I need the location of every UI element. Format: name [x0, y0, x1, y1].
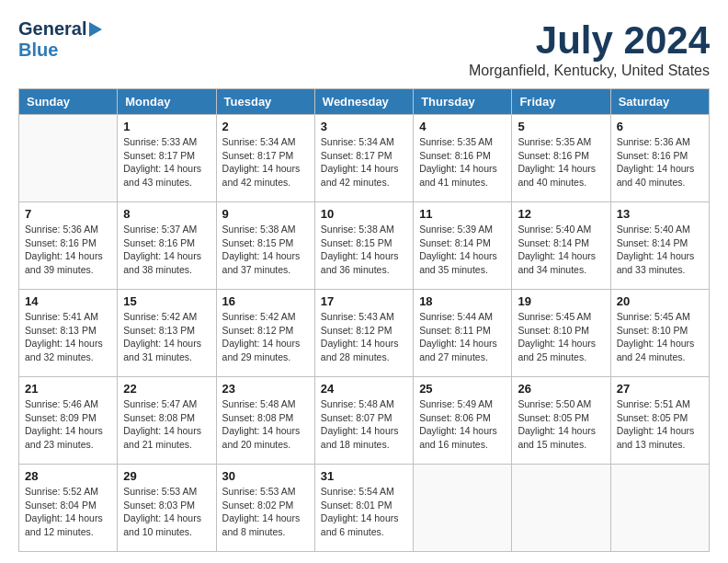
location-subtitle: Morganfield, Kentucky, United States — [469, 63, 710, 79]
cell-week1-day4: 4Sunrise: 5:35 AMSunset: 8:16 PMDaylight… — [414, 115, 512, 202]
cell-week4-day3: 24Sunrise: 5:48 AMSunset: 8:07 PMDayligh… — [314, 377, 413, 465]
cell-week5-day5 — [512, 465, 610, 552]
day-number: 23 — [222, 382, 309, 396]
cell-week2-day6: 13Sunrise: 5:40 AMSunset: 8:14 PMDayligh… — [610, 202, 709, 290]
day-number: 24 — [321, 382, 407, 396]
day-info: Sunrise: 5:36 AMSunset: 8:16 PMDaylight:… — [617, 135, 703, 190]
calendar-table: Sunday Monday Tuesday Wednesday Thursday… — [18, 88, 710, 552]
day-info: Sunrise: 5:42 AMSunset: 8:13 PMDaylight:… — [123, 310, 210, 364]
day-info: Sunrise: 5:51 AMSunset: 8:05 PMDaylight:… — [617, 397, 703, 452]
day-info: Sunrise: 5:38 AMSunset: 8:15 PMDaylight:… — [222, 223, 309, 277]
day-number: 19 — [518, 294, 604, 308]
day-number: 25 — [419, 382, 506, 396]
day-info: Sunrise: 5:46 AMSunset: 8:09 PMDaylight:… — [25, 397, 111, 452]
cell-week2-day5: 12Sunrise: 5:40 AMSunset: 8:14 PMDayligh… — [512, 202, 610, 290]
cell-week3-day0: 14Sunrise: 5:41 AMSunset: 8:13 PMDayligh… — [19, 290, 118, 377]
day-info: Sunrise: 5:35 AMSunset: 8:16 PMDaylight:… — [518, 135, 604, 190]
day-info: Sunrise: 5:54 AMSunset: 8:01 PMDaylight:… — [321, 485, 407, 539]
day-number: 18 — [419, 294, 506, 308]
day-number: 27 — [617, 382, 703, 396]
day-number: 8 — [123, 207, 210, 221]
cell-week2-day1: 8Sunrise: 5:37 AMSunset: 8:16 PMDaylight… — [118, 202, 216, 290]
week-row-1: 1Sunrise: 5:33 AMSunset: 8:17 PMDaylight… — [19, 115, 710, 202]
day-number: 6 — [617, 120, 703, 133]
day-number: 9 — [222, 207, 309, 221]
logo-general-text: General — [18, 18, 86, 40]
day-info: Sunrise: 5:42 AMSunset: 8:12 PMDaylight:… — [222, 310, 309, 364]
col-thursday: Thursday — [414, 89, 512, 115]
day-info: Sunrise: 5:53 AMSunset: 8:03 PMDaylight:… — [123, 485, 210, 539]
cell-week3-day4: 18Sunrise: 5:44 AMSunset: 8:11 PMDayligh… — [414, 290, 512, 377]
cell-week4-day2: 23Sunrise: 5:48 AMSunset: 8:08 PMDayligh… — [216, 377, 314, 465]
day-number: 30 — [222, 469, 309, 483]
calendar-header-row: Sunday Monday Tuesday Wednesday Thursday… — [19, 89, 710, 115]
logo: General Blue — [18, 18, 102, 61]
col-tuesday: Tuesday — [216, 89, 314, 115]
cell-week2-day2: 9Sunrise: 5:38 AMSunset: 8:15 PMDaylight… — [216, 202, 314, 290]
cell-week2-day3: 10Sunrise: 5:38 AMSunset: 8:15 PMDayligh… — [314, 202, 413, 290]
cell-week1-day5: 5Sunrise: 5:35 AMSunset: 8:16 PMDaylight… — [512, 115, 610, 202]
logo-blue-text: Blue — [18, 40, 102, 61]
col-sunday: Sunday — [19, 89, 118, 115]
cell-week1-day3: 3Sunrise: 5:34 AMSunset: 8:17 PMDaylight… — [314, 115, 413, 202]
col-monday: Monday — [118, 89, 216, 115]
col-wednesday: Wednesday — [314, 89, 413, 115]
cell-week1-day2: 2Sunrise: 5:34 AMSunset: 8:17 PMDaylight… — [216, 115, 314, 202]
day-info: Sunrise: 5:47 AMSunset: 8:08 PMDaylight:… — [123, 397, 210, 452]
logo-arrow-icon — [89, 22, 102, 37]
day-info: Sunrise: 5:53 AMSunset: 8:02 PMDaylight:… — [222, 485, 309, 539]
cell-week5-day6 — [610, 465, 709, 552]
day-info: Sunrise: 5:50 AMSunset: 8:05 PMDaylight:… — [518, 397, 604, 452]
day-info: Sunrise: 5:38 AMSunset: 8:15 PMDaylight:… — [321, 223, 407, 277]
day-number: 12 — [518, 207, 604, 221]
cell-week5-day0: 28Sunrise: 5:52 AMSunset: 8:04 PMDayligh… — [19, 465, 118, 552]
cell-week1-day1: 1Sunrise: 5:33 AMSunset: 8:17 PMDaylight… — [118, 115, 216, 202]
cell-week3-day1: 15Sunrise: 5:42 AMSunset: 8:13 PMDayligh… — [118, 290, 216, 377]
day-number: 5 — [518, 120, 604, 133]
day-info: Sunrise: 5:43 AMSunset: 8:12 PMDaylight:… — [321, 310, 407, 364]
day-number: 16 — [222, 294, 309, 308]
day-info: Sunrise: 5:39 AMSunset: 8:14 PMDaylight:… — [419, 223, 506, 277]
day-info: Sunrise: 5:41 AMSunset: 8:13 PMDaylight:… — [25, 310, 111, 364]
cell-week3-day5: 19Sunrise: 5:45 AMSunset: 8:10 PMDayligh… — [512, 290, 610, 377]
day-info: Sunrise: 5:34 AMSunset: 8:17 PMDaylight:… — [222, 135, 309, 190]
day-number: 10 — [321, 207, 407, 221]
day-info: Sunrise: 5:44 AMSunset: 8:11 PMDaylight:… — [419, 310, 506, 364]
week-row-2: 7Sunrise: 5:36 AMSunset: 8:16 PMDaylight… — [19, 202, 710, 290]
day-number: 3 — [321, 120, 407, 133]
day-number: 28 — [25, 469, 111, 483]
cell-week4-day0: 21Sunrise: 5:46 AMSunset: 8:09 PMDayligh… — [19, 377, 118, 465]
cell-week3-day6: 20Sunrise: 5:45 AMSunset: 8:10 PMDayligh… — [610, 290, 709, 377]
day-number: 21 — [25, 382, 111, 396]
day-info: Sunrise: 5:45 AMSunset: 8:10 PMDaylight:… — [518, 310, 604, 364]
day-info: Sunrise: 5:35 AMSunset: 8:16 PMDaylight:… — [419, 135, 506, 190]
cell-week3-day3: 17Sunrise: 5:43 AMSunset: 8:12 PMDayligh… — [314, 290, 413, 377]
day-number: 31 — [321, 469, 407, 483]
day-number: 2 — [222, 120, 309, 133]
cell-week1-day6: 6Sunrise: 5:36 AMSunset: 8:16 PMDaylight… — [610, 115, 709, 202]
cell-week4-day5: 26Sunrise: 5:50 AMSunset: 8:05 PMDayligh… — [512, 377, 610, 465]
title-block: July 2024 Morganfield, Kentucky, United … — [469, 18, 710, 79]
col-friday: Friday — [512, 89, 610, 115]
day-number: 11 — [419, 207, 506, 221]
day-info: Sunrise: 5:36 AMSunset: 8:16 PMDaylight:… — [25, 223, 111, 277]
page-header: General Blue July 2024 Morganfield, Kent… — [18, 18, 710, 79]
col-saturday: Saturday — [610, 89, 709, 115]
day-number: 26 — [518, 382, 604, 396]
week-row-4: 21Sunrise: 5:46 AMSunset: 8:09 PMDayligh… — [19, 377, 710, 465]
day-number: 15 — [123, 294, 210, 308]
day-number: 20 — [617, 294, 703, 308]
cell-week2-day0: 7Sunrise: 5:36 AMSunset: 8:16 PMDaylight… — [19, 202, 118, 290]
day-info: Sunrise: 5:45 AMSunset: 8:10 PMDaylight:… — [617, 310, 703, 364]
day-number: 14 — [25, 294, 111, 308]
day-info: Sunrise: 5:52 AMSunset: 8:04 PMDaylight:… — [25, 485, 111, 539]
day-info: Sunrise: 5:33 AMSunset: 8:17 PMDaylight:… — [123, 135, 210, 190]
day-info: Sunrise: 5:40 AMSunset: 8:14 PMDaylight:… — [518, 223, 604, 277]
cell-week1-day0 — [19, 115, 118, 202]
day-info: Sunrise: 5:48 AMSunset: 8:07 PMDaylight:… — [321, 397, 407, 452]
day-number: 29 — [123, 469, 210, 483]
week-row-3: 14Sunrise: 5:41 AMSunset: 8:13 PMDayligh… — [19, 290, 710, 377]
day-number: 13 — [617, 207, 703, 221]
cell-week4-day4: 25Sunrise: 5:49 AMSunset: 8:06 PMDayligh… — [414, 377, 512, 465]
day-number: 17 — [321, 294, 407, 308]
